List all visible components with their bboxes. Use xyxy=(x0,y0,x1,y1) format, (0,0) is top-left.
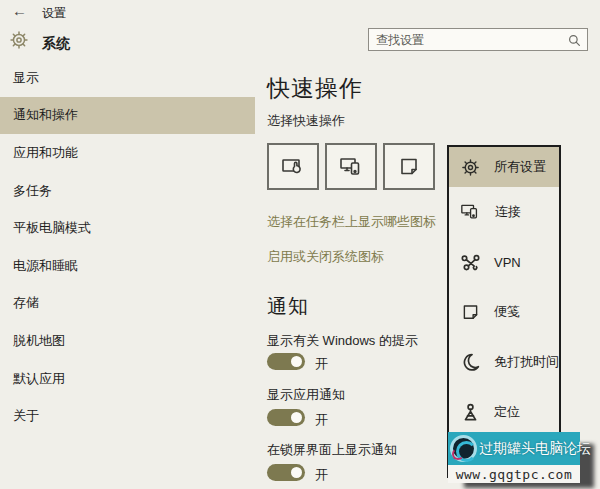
sidebar-item-display[interactable]: 显示 xyxy=(0,59,255,97)
sidebar-item-offline-maps[interactable]: 脱机地图 xyxy=(0,322,255,360)
notifications-title: 通知 xyxy=(267,293,309,320)
toggle-knob xyxy=(291,412,302,423)
quick-actions-title: 快速操作 xyxy=(267,73,363,104)
vpn-icon xyxy=(460,252,481,273)
page-title: 系统 xyxy=(42,35,70,53)
titlebar: ← 设置 xyxy=(0,0,600,24)
toggle-knob xyxy=(291,356,302,367)
search-icon[interactable] xyxy=(567,33,582,48)
quick-action-tile-tablet-mode[interactable] xyxy=(267,143,319,190)
nav-header: 系统 xyxy=(0,28,255,58)
flyout-item-label: 定位 xyxy=(494,403,520,421)
toggle-label-windows-tips: 显示有关 Windows 的提示 xyxy=(267,332,418,350)
sidebar-item-default-apps[interactable]: 默认应用 xyxy=(0,360,255,398)
toggle-knob xyxy=(291,467,302,478)
sidebar-item-tablet-mode[interactable]: 平板电脑模式 xyxy=(0,209,255,247)
gear-icon xyxy=(460,157,481,178)
watermark: 过期罐头电脑论坛 www.gqgtpc.com xyxy=(448,432,580,483)
taskbar-icons-link[interactable]: 选择在任务栏上显示哪些图标 xyxy=(267,213,436,231)
sticky-note-icon xyxy=(397,155,421,179)
sidebar-item-multitasking[interactable]: 多任务 xyxy=(0,172,255,210)
watermark-logo-icon xyxy=(450,435,477,462)
system-icons-link[interactable]: 启用或关闭系统图标 xyxy=(267,248,384,266)
toggle-lockscreen-notifications[interactable] xyxy=(267,464,305,481)
moon-icon xyxy=(460,352,481,373)
flyout-item-label: 所有设置 xyxy=(494,158,546,176)
flyout-item-quiet-hours[interactable]: 免打扰时间 xyxy=(449,337,559,387)
toggle-app-notifications[interactable] xyxy=(267,409,305,426)
flyout-item-label: 便笺 xyxy=(494,303,520,321)
gear-icon xyxy=(8,29,30,51)
sidebar-item-storage[interactable]: 存储 xyxy=(0,285,255,323)
flyout-item-note[interactable]: 便笺 xyxy=(449,287,559,337)
toggle-state-windows-tips: 开 xyxy=(315,355,328,373)
quick-action-tile-connect[interactable] xyxy=(325,143,377,190)
location-icon xyxy=(460,402,481,423)
connect-icon xyxy=(338,155,364,179)
watermark-banner: 过期罐头电脑论坛 xyxy=(448,432,580,465)
flyout-item-label: 免打扰时间 xyxy=(494,353,559,371)
sidebar-item-notifications-actions[interactable]: 通知和操作 xyxy=(0,97,255,135)
flyout-item-vpn[interactable]: VPN xyxy=(449,237,559,287)
tablet-mode-icon xyxy=(280,155,306,179)
settings-window: ← 设置 系统 显示 通知和操作 应用和功能 多任务 平板电脑模式 电源和睡眠 … xyxy=(0,0,600,489)
flyout-item-all-settings[interactable]: 所有设置 xyxy=(449,147,559,187)
watermark-url-band: www.gqgtpc.com xyxy=(448,465,580,483)
search-input[interactable] xyxy=(369,29,587,50)
back-arrow-icon[interactable]: ← xyxy=(12,2,27,19)
sidebar-item-power-sleep[interactable]: 电源和睡眠 xyxy=(0,247,255,285)
quick-actions-subtitle: 选择快速操作 xyxy=(267,112,345,130)
flyout-item-connect[interactable]: 连接 xyxy=(449,187,559,237)
flyout-item-location[interactable]: 定位 xyxy=(449,387,559,437)
toggle-state-app-notifications: 开 xyxy=(315,411,328,429)
toggle-label-lockscreen-notifications: 在锁屏界面上显示通知 xyxy=(267,441,397,459)
sidebar: 显示 通知和操作 应用和功能 多任务 平板电脑模式 电源和睡眠 存储 脱机地图 … xyxy=(0,59,255,435)
quick-action-tiles xyxy=(267,143,435,190)
app-title: 设置 xyxy=(42,5,66,22)
quick-actions-flyout: 所有设置 连接 VPN xyxy=(447,145,561,478)
sidebar-item-apps-features[interactable]: 应用和功能 xyxy=(0,134,255,172)
connect-icon xyxy=(460,202,482,222)
watermark-site-url: www.gqgtpc.com xyxy=(456,467,573,482)
watermark-site-name: 过期罐头电脑论坛 xyxy=(479,440,591,458)
flyout-item-label: 连接 xyxy=(495,203,521,221)
toggle-state-lockscreen-notifications: 开 xyxy=(315,466,328,484)
quick-action-tile-note[interactable] xyxy=(383,143,435,190)
flyout-item-label: VPN xyxy=(494,255,521,270)
sidebar-item-about[interactable]: 关于 xyxy=(0,397,255,435)
toggle-label-app-notifications: 显示应用通知 xyxy=(267,386,345,404)
sticky-note-icon xyxy=(460,302,481,323)
toggle-windows-tips[interactable] xyxy=(267,353,305,370)
search-box xyxy=(368,28,588,51)
